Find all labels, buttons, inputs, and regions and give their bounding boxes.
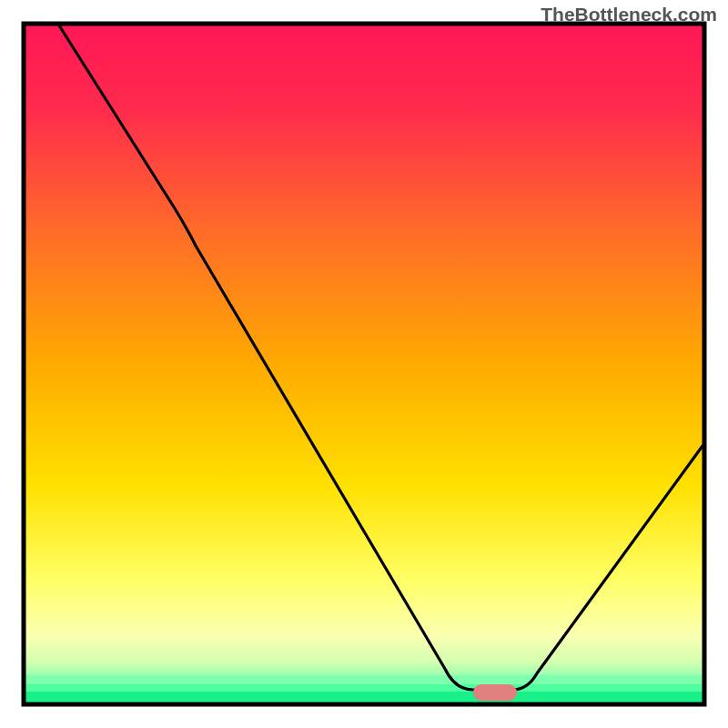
plot-area <box>25 25 703 703</box>
minimum-marker <box>473 684 517 701</box>
green-stripe-3 <box>25 692 703 703</box>
green-stripe-2 <box>25 684 703 692</box>
gradient-background <box>25 25 703 703</box>
bottleneck-chart <box>0 0 728 728</box>
chart-container: TheBottleneck.com <box>0 0 728 728</box>
watermark-text: TheBottleneck.com <box>541 4 717 25</box>
green-stripe-1 <box>25 675 703 684</box>
